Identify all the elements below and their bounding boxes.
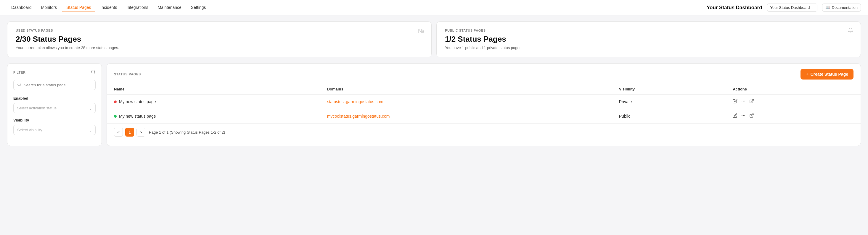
name-cell-1: My new status page <box>107 109 320 124</box>
nav-title: Your Status Dashboard <box>707 5 762 11</box>
visibility-filter-group: Visibility Select visibility Public Priv… <box>13 118 96 135</box>
hash-icon: № <box>418 28 424 34</box>
enabled-filter-group: Enabled Select activation status Enabled… <box>13 96 96 113</box>
search-icon <box>17 82 21 88</box>
search-input[interactable] <box>24 83 92 87</box>
pagination: < 1 > Page 1 of 1 (Showing Status Pages … <box>107 123 861 141</box>
domain-link-1[interactable]: mycoolstatus.garmingostatus.com <box>327 114 390 119</box>
enabled-label: Enabled <box>13 96 96 101</box>
table-row: My new status page statustest.garmingost… <box>107 95 861 109</box>
table-header-row: Name Domains Visibility Actions <box>107 84 861 95</box>
main-content: USED STATUS PAGES 2/30 Status Pages Your… <box>0 15 868 152</box>
domain-cell-0[interactable]: statustest.garmingostatus.com <box>320 95 612 109</box>
selector-label: Your Status Dashboard <box>770 5 810 10</box>
external-link-icon-1[interactable] <box>749 113 754 119</box>
public-stat-label: PUBLIC STATUS PAGES <box>445 29 852 32</box>
bell-icon <box>847 28 854 35</box>
documentation-button[interactable]: 📖 Documentation <box>822 4 861 11</box>
public-stat-value: 1/2 Status Pages <box>445 35 852 44</box>
status-dot-1 <box>114 115 117 118</box>
external-link-icon-0[interactable] <box>749 99 754 105</box>
col-visibility: Visibility <box>612 84 725 95</box>
nav-link-settings[interactable]: Settings <box>187 3 210 12</box>
nav-link-dashboard[interactable]: Dashboard <box>7 3 36 12</box>
nav-link-status-pages[interactable]: Status Pages <box>62 3 95 12</box>
nav-link-maintenance[interactable]: Maintenance <box>154 3 186 12</box>
used-stat-label: USED STATUS PAGES <box>16 29 423 32</box>
svg-line-7 <box>751 99 753 101</box>
table-title: STATUS PAGES <box>114 72 141 76</box>
doc-label: Documentation <box>832 5 858 10</box>
svg-point-5 <box>743 101 744 101</box>
status-pages-table: Name Domains Visibility Actions My new s… <box>107 84 861 123</box>
nav-right: Your Status Dashboard Your Status Dashbo… <box>707 4 861 11</box>
chevron-down-icon: ⌄ <box>812 6 814 9</box>
domain-link-0[interactable]: statustest.garmingostatus.com <box>327 99 383 104</box>
stat-cards-row: USED STATUS PAGES 2/30 Status Pages Your… <box>7 21 861 57</box>
edit-icon-0[interactable] <box>733 99 738 105</box>
name-cell-0: My new status page <box>107 95 320 109</box>
prev-page-button[interactable]: < <box>114 128 123 137</box>
page-1-button[interactable]: 1 <box>125 128 134 137</box>
lower-section: FILTER Enabled <box>7 63 861 146</box>
activation-select[interactable]: Select activation status Enabled Disable… <box>13 103 96 113</box>
filter-title: FILTER <box>13 71 26 74</box>
dashboard-selector[interactable]: Your Status Dashboard ⌄ <box>767 4 817 11</box>
top-navigation: DashboardMonitorsStatus PagesIncidentsIn… <box>0 0 868 15</box>
book-icon: 📖 <box>825 5 830 10</box>
svg-point-10 <box>745 115 745 115</box>
more-icon-0[interactable] <box>741 99 746 105</box>
filter-header: FILTER <box>13 69 96 75</box>
svg-line-1 <box>94 73 95 74</box>
more-icon-1[interactable] <box>741 113 746 119</box>
svg-point-6 <box>745 101 745 101</box>
col-name: Name <box>107 84 320 95</box>
public-stat-sub: You have 1 public and 1 private status p… <box>445 45 852 50</box>
nav-link-incidents[interactable]: Incidents <box>96 3 121 12</box>
page-name-1: My new status page <box>119 114 156 119</box>
search-box[interactable] <box>13 80 96 90</box>
status-dot-0 <box>114 101 117 103</box>
col-actions: Actions <box>725 84 861 95</box>
visibility-select[interactable]: Select visibility Public Private <box>13 125 96 135</box>
col-domains: Domains <box>320 84 612 95</box>
svg-point-9 <box>743 115 744 115</box>
used-stat-value: 2/30 Status Pages <box>16 35 423 44</box>
filter-panel: FILTER Enabled <box>7 63 102 146</box>
svg-point-4 <box>742 101 742 101</box>
nav-link-integrations[interactable]: Integrations <box>123 3 152 12</box>
activation-select-wrap: Select activation status Enabled Disable… <box>13 103 96 113</box>
actions-cell-0 <box>725 95 861 109</box>
filter-search-icon[interactable] <box>91 69 96 75</box>
visibility-cell-1: Public <box>612 109 725 124</box>
svg-line-11 <box>751 114 753 116</box>
svg-point-8 <box>742 115 742 115</box>
public-status-pages-card: PUBLIC STATUS PAGES 1/2 Status Pages You… <box>436 21 861 57</box>
edit-icon-1[interactable] <box>733 113 738 119</box>
table-panel: STATUS PAGES + Create Status Page Name D… <box>106 63 861 146</box>
nav-links: DashboardMonitorsStatus PagesIncidentsIn… <box>7 3 707 12</box>
nav-link-monitors[interactable]: Monitors <box>37 3 61 12</box>
pagination-info: Page 1 of 1 (Showing Status Pages 1-2 of… <box>149 130 225 134</box>
visibility-label: Visibility <box>13 118 96 122</box>
page-name-0: My new status page <box>119 99 156 104</box>
used-status-pages-card: USED STATUS PAGES 2/30 Status Pages Your… <box>7 21 432 57</box>
plus-icon: + <box>806 71 808 77</box>
visibility-cell-0: Private <box>612 95 725 109</box>
table-header: STATUS PAGES + Create Status Page <box>107 64 861 84</box>
create-btn-label: Create Status Page <box>810 72 848 76</box>
svg-line-3 <box>20 86 21 86</box>
create-status-page-button[interactable]: + Create Status Page <box>801 69 854 79</box>
visibility-select-wrap: Select visibility Public Private <box>13 125 96 135</box>
next-page-button[interactable]: > <box>136 128 145 137</box>
domain-cell-1[interactable]: mycoolstatus.garmingostatus.com <box>320 109 612 124</box>
used-stat-sub: Your current plan allows you to create 2… <box>16 45 423 50</box>
actions-cell-1 <box>725 109 861 124</box>
table-row: My new status page mycoolstatus.garmingo… <box>107 109 861 124</box>
